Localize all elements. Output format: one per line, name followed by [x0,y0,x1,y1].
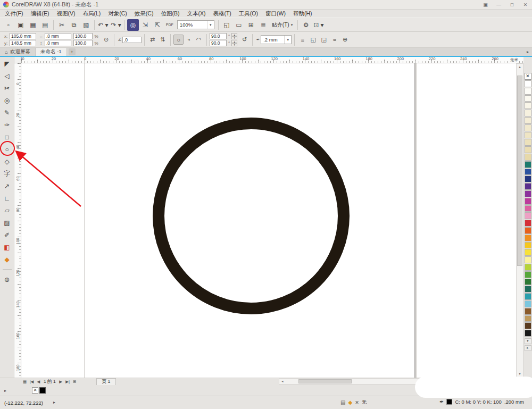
palette-swatch[interactable] [525,322,531,329]
palette-swatch[interactable] [525,124,531,131]
new-document-button[interactable]: ▫ [3,19,14,31]
palette-swatch[interactable] [525,80,531,87]
vertical-scrollbar[interactable]: ▴ ▾ [516,63,523,378]
no-color-swatch[interactable]: ✕ [525,73,531,80]
menu-item[interactable]: 工具(O) [235,10,262,18]
minimize-button[interactable]: — [492,0,505,9]
palette-swatch[interactable] [525,256,531,263]
interactive-fill-tool[interactable]: ◧ [1,241,14,253]
horizontal-ruler[interactable]: 40 20 0 20 40 60 80 100 120 140 160 180 … [21,57,523,63]
rectangle-tool[interactable]: □ [1,131,14,143]
doc-palette-no-color-swatch[interactable]: ✕ [32,387,38,394]
wrap-text-button[interactable]: ≡ [297,35,307,45]
menu-item[interactable]: 位图(B) [157,10,183,18]
last-page-button[interactable]: ▶| [64,379,71,385]
menu-item[interactable]: 效果(C) [131,10,157,18]
show-rulers-button[interactable]: ▭ [233,19,245,31]
menu-item[interactable]: 帮助(H) [289,10,316,18]
drawn-ellipse-object[interactable] [153,118,350,314]
arc-start-angle-field[interactable] [210,33,227,39]
first-page-button[interactable]: |◀ [28,379,35,385]
palette-swatch[interactable] [525,88,531,95]
arc-end-angle-field[interactable] [210,40,227,46]
palette-swatch[interactable] [525,110,531,116]
scroll-up-icon[interactable]: ▴ [517,64,523,70]
palette-swatch[interactable] [525,169,531,176]
scale-y-field[interactable] [73,40,93,46]
search-content-button[interactable]: ◎ [127,19,139,31]
drop-shadow-tool[interactable]: ▱ [1,204,14,216]
palette-swatch[interactable] [525,95,531,102]
palette-swatch[interactable] [525,271,531,278]
y-position-field[interactable] [10,40,36,46]
more-tools-button[interactable]: ⊕ [1,273,14,286]
export-button[interactable]: ⇱ [152,19,163,31]
menu-item[interactable]: 文件(F) [1,10,27,18]
menu-item[interactable]: 视图(V) [53,10,79,18]
mirror-vertical-button[interactable]: ⇅ [157,35,168,45]
undo-button[interactable]: ↶ ▾ [97,19,109,31]
to-back-button[interactable]: ◲ [319,35,329,45]
palette-swatch[interactable] [525,198,531,205]
menu-item[interactable]: 编辑(E) [27,10,53,18]
cut-button[interactable]: ✂ [56,19,68,31]
show-guidelines-button[interactable]: ≣ [257,19,269,31]
palette-swatch[interactable] [525,220,531,227]
tab-untitled-document[interactable]: 未命名 -1 [36,48,67,56]
to-front-button[interactable]: ◱ [308,35,318,45]
import-button[interactable]: ⇲ [139,19,151,31]
tab-welcome-screen[interactable]: ⌂ 欢迎屏幕 [0,48,36,56]
mirror-horizontal-button[interactable]: ⇄ [147,35,157,45]
palette-swatch[interactable] [525,117,531,124]
palette-swatch[interactable] [525,161,531,168]
palette-swatch[interactable] [525,154,531,161]
palette-swatch[interactable] [525,190,531,197]
paste-button[interactable]: ▧ [80,19,92,31]
spin-down-icon[interactable]: ▾ [231,43,237,46]
zoom-tool[interactable]: ◎ [1,94,14,106]
spin-down-icon[interactable]: ▾ [231,36,237,39]
drawing-canvas[interactable] [21,63,516,378]
vertical-ruler[interactable]: 0 20 40 60 80 100 120 140 160 180 [14,63,21,378]
menu-item[interactable]: 布局(L) [79,10,104,18]
page-1-tab[interactable]: 页 1 [96,378,117,385]
pick-tool[interactable]: ◤ [1,57,14,70]
chevron-down-icon[interactable]: ▾ [207,21,214,29]
lock-ratio-button[interactable]: ⊙ [101,35,111,45]
palette-swatch[interactable] [525,330,531,337]
tab-scroll-button[interactable]: ▸ [523,48,532,56]
convert-to-curves-button[interactable]: ≈ [329,35,339,45]
palette-swatch[interactable] [525,308,531,315]
palette-flyout-button[interactable]: ▸ [525,345,531,351]
palette-swatch[interactable] [525,183,531,190]
color-eyedropper-tool[interactable]: ✐ [1,229,14,241]
object-width-field[interactable] [45,33,71,39]
menu-item[interactable]: 对象(C) [104,10,131,18]
palette-swatch[interactable] [525,242,531,249]
ellipse-mode-button[interactable]: ○ [173,35,184,45]
doc-palette-black-swatch[interactable] [39,387,46,394]
palette-swatch[interactable] [525,176,531,182]
redo-button[interactable]: ↷ ▾ [110,19,122,31]
publish-pdf-button[interactable]: PDF [164,19,176,31]
palette-swatch[interactable] [525,139,531,146]
print-button[interactable]: ▤ [39,19,51,31]
palette-swatch[interactable] [525,146,531,153]
page-list-button[interactable]: ▦ [21,379,28,385]
palette-swatch[interactable] [525,293,531,300]
fullscreen-preview-button[interactable]: ◱ [221,19,232,31]
object-height-field[interactable] [45,40,71,46]
save-button[interactable]: ▦ [27,19,39,31]
ruler-origin-corner[interactable] [14,57,21,63]
vertical-scroll-thumb[interactable] [517,76,522,266]
new-tab-button[interactable]: + [69,48,76,55]
arc-end-stepper[interactable]: ▴ ▾ [231,40,237,46]
text-tool[interactable]: 字 [1,168,14,180]
palette-swatch[interactable] [525,102,531,109]
palette-swatch[interactable] [525,264,531,271]
palette-scroll-down-button[interactable]: ▾ [525,338,531,344]
zoom-level-select[interactable]: 100% ▾ [177,20,214,29]
expand-arrow-icon[interactable]: ▸ [4,388,6,393]
copy-button[interactable]: ⧉ [68,19,80,31]
palette-swatch[interactable] [525,315,531,322]
